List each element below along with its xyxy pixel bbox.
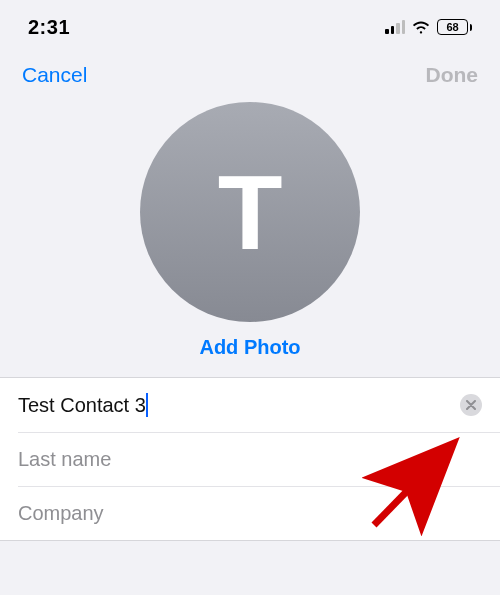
status-bar: 2:31 68 (0, 0, 500, 48)
status-icons: 68 (385, 19, 472, 35)
done-button[interactable]: Done (426, 63, 479, 87)
company-field[interactable] (18, 486, 500, 540)
nav-bar: Cancel Done (0, 48, 500, 98)
first-name-input[interactable] (18, 394, 148, 417)
status-time: 2:31 (28, 16, 70, 39)
add-photo-button[interactable]: Add Photo (199, 336, 300, 359)
battery-indicator: 68 (437, 19, 472, 35)
cancel-button[interactable]: Cancel (22, 63, 87, 87)
first-name-field[interactable] (0, 378, 500, 432)
last-name-field[interactable] (18, 432, 500, 486)
battery-level: 68 (446, 22, 458, 33)
cellular-signal-icon (385, 20, 405, 34)
avatar-letter: T (218, 152, 283, 273)
last-name-input[interactable] (18, 448, 482, 471)
contact-fields (0, 377, 500, 541)
photo-area: T Add Photo (0, 98, 500, 377)
clear-text-button[interactable] (460, 394, 482, 416)
company-input[interactable] (18, 502, 482, 525)
wifi-icon (411, 20, 431, 34)
close-icon (466, 400, 476, 410)
text-cursor (146, 393, 148, 417)
avatar[interactable]: T (140, 102, 360, 322)
